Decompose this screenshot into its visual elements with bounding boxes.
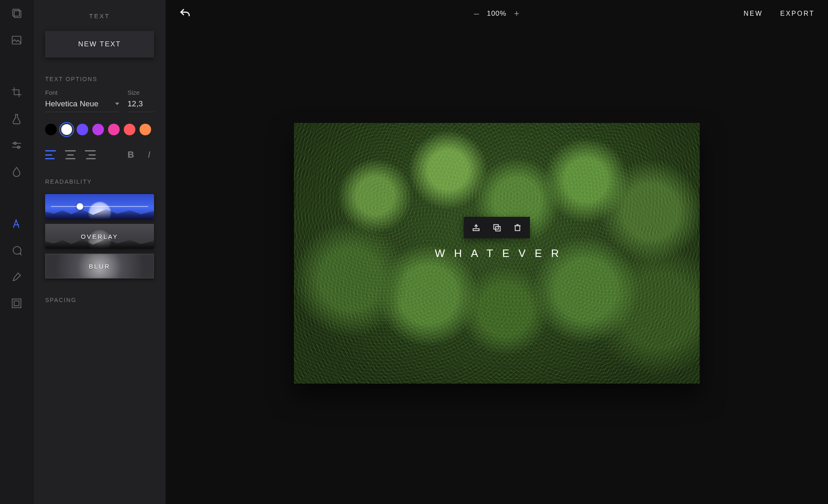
section-text-options: TEXT OPTIONS — [45, 76, 154, 82]
blur-label: BLUR — [89, 263, 110, 270]
frame-icon[interactable] — [10, 297, 23, 310]
font-field[interactable]: Font Helvetica Neue — [45, 89, 119, 112]
sidebar-panel: TEXT NEW TEXT TEXT OPTIONS Font Helvetic… — [33, 0, 166, 504]
svg-rect-12 — [515, 226, 520, 230]
section-readability: READABILITY — [45, 178, 154, 185]
droplet-icon[interactable] — [10, 166, 23, 178]
color-swatches — [45, 124, 154, 135]
overlay-label: OVERLAY — [81, 233, 118, 240]
panel-title: TEXT — [34, 0, 166, 31]
align-center-button[interactable] — [65, 150, 76, 159]
color-swatch-0[interactable] — [45, 124, 57, 135]
svg-rect-7 — [12, 299, 21, 308]
svg-rect-8 — [14, 301, 19, 306]
stage: – 100% + NEW EXPORT WHATEVER — [166, 0, 828, 504]
size-field[interactable]: Size 12,3 — [128, 89, 154, 112]
color-swatch-6[interactable] — [140, 124, 151, 135]
zoom-control: – 100% + — [474, 9, 520, 18]
new-button[interactable]: NEW — [744, 10, 763, 17]
zoom-value: 100% — [487, 10, 506, 18]
image-icon[interactable] — [10, 34, 23, 46]
bring-forward-icon[interactable] — [471, 223, 481, 233]
topbar: – 100% + NEW EXPORT — [166, 0, 828, 27]
bold-button[interactable]: B — [126, 149, 136, 160]
svg-rect-0 — [13, 10, 19, 16]
color-swatch-3[interactable] — [92, 124, 104, 135]
svg-rect-1 — [14, 11, 21, 17]
export-button[interactable]: EXPORT — [780, 10, 815, 17]
italic-button[interactable]: I — [144, 149, 154, 160]
readability-blur-card[interactable]: BLUR — [45, 254, 154, 278]
brightness-slider-track — [51, 206, 148, 207]
zoom-in-button[interactable]: + — [514, 9, 520, 18]
floating-toolbar — [464, 217, 530, 238]
color-swatch-2[interactable] — [77, 124, 88, 135]
chevron-down-icon — [115, 103, 119, 105]
crop-icon[interactable] — [10, 86, 23, 98]
canvas[interactable]: WHATEVER — [294, 123, 700, 384]
svg-rect-2 — [12, 36, 21, 44]
align-right-button[interactable] — [85, 150, 96, 159]
delete-icon[interactable] — [513, 223, 522, 233]
duplicate-icon[interactable] — [492, 223, 502, 233]
photos-icon[interactable] — [10, 7, 23, 20]
size-label: Size — [128, 89, 154, 96]
tool-rail — [0, 0, 33, 504]
readability-brightness-card[interactable] — [45, 194, 154, 219]
size-value: 12,3 — [128, 99, 143, 108]
zoom-out-button[interactable]: – — [474, 9, 479, 18]
brightness-slider-knob[interactable] — [77, 203, 83, 210]
font-label: Font — [45, 89, 119, 96]
text-icon[interactable] — [10, 218, 23, 230]
color-swatch-4[interactable] — [108, 124, 120, 135]
align-left-button[interactable] — [45, 150, 56, 159]
color-swatch-5[interactable] — [124, 124, 135, 135]
section-spacing: SPACING — [45, 297, 154, 303]
new-text-button[interactable]: NEW TEXT — [45, 31, 154, 58]
undo-button[interactable] — [179, 7, 191, 20]
svg-rect-9 — [473, 228, 479, 230]
brush-icon[interactable] — [10, 271, 23, 283]
chat-icon[interactable] — [10, 244, 23, 257]
color-swatch-1[interactable] — [61, 124, 72, 135]
readability-overlay-card[interactable]: OVERLAY — [45, 224, 154, 249]
canvas-text[interactable]: WHATEVER — [426, 247, 568, 260]
sliders-icon[interactable] — [10, 139, 23, 151]
flask-icon[interactable] — [10, 113, 23, 125]
font-value: Helvetica Neue — [45, 99, 99, 108]
